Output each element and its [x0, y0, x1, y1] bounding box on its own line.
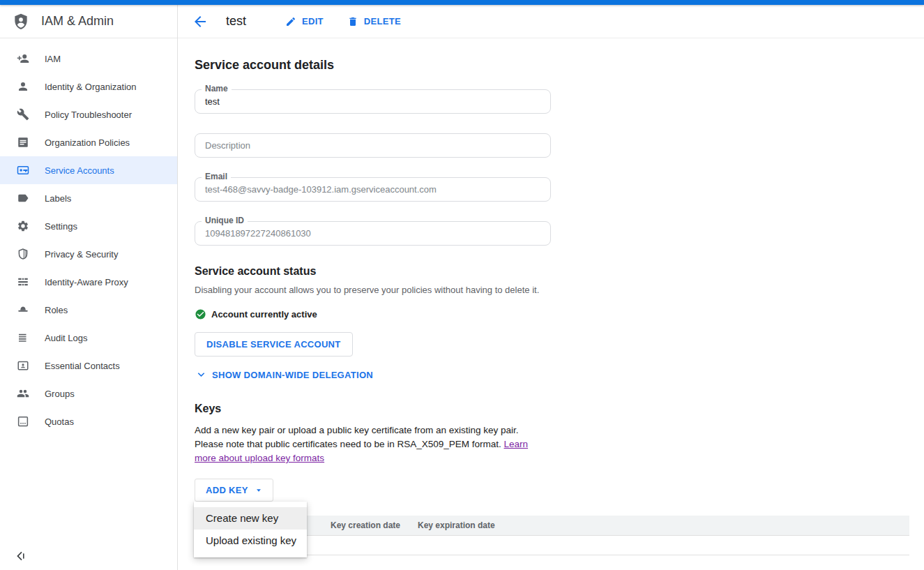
delete-button[interactable]: DELETE — [347, 16, 401, 27]
collapse-sidebar-icon — [15, 550, 26, 562]
sidebar-item-label: Labels — [45, 193, 71, 204]
sidebar-item-label: Privacy & Security — [45, 249, 118, 260]
disable-service-account-button[interactable]: DISABLE SERVICE ACCOUNT — [195, 332, 353, 357]
sidebar-item-organization-policies[interactable]: Organization Policies — [0, 128, 177, 156]
email-input — [195, 184, 550, 195]
sidebar: IAM & Admin IAM Identity & Organization … — [0, 5, 178, 570]
status-description: Disabling your account allows you to pre… — [195, 285, 910, 295]
sidebar-nav: IAM Identity & Organization Policy Troub… — [0, 38, 177, 435]
menu-item-create-new-key[interactable]: Create new key — [194, 507, 307, 530]
description-input[interactable] — [195, 140, 550, 151]
sidebar-item-iam[interactable]: IAM — [0, 45, 177, 73]
sidebar-item-label: IAM — [45, 54, 61, 64]
wrench-icon — [17, 108, 29, 121]
hat-icon — [17, 303, 29, 316]
sidebar-title: IAM & Admin — [41, 14, 114, 29]
sidebar-item-label: Organization Policies — [45, 137, 130, 148]
sidebar-item-audit-logs[interactable]: Audit Logs — [0, 324, 177, 352]
delete-button-label: DELETE — [364, 16, 401, 27]
page-toolbar: test EDIT DELETE — [178, 5, 924, 38]
person-add-icon — [17, 52, 29, 65]
list-lines-icon — [17, 331, 29, 344]
sidebar-item-label: Identity-Aware Proxy — [45, 277, 128, 287]
pencil-icon — [285, 16, 296, 27]
page-title: test — [226, 14, 246, 29]
service-account-icon — [17, 164, 29, 177]
sidebar-item-settings[interactable]: Settings — [0, 212, 177, 240]
edit-button-label: EDIT — [302, 16, 324, 27]
sidebar-item-label: Groups — [45, 389, 75, 399]
edit-button[interactable]: EDIT — [285, 16, 324, 27]
document-lines-icon — [17, 136, 29, 149]
chevron-down-icon — [195, 368, 208, 382]
details-heading: Service account details — [195, 58, 910, 73]
domain-wide-delegation-toggle[interactable]: SHOW DOMAIN-WIDE DELEGATION — [195, 368, 910, 382]
unique-id-field: Unique ID — [195, 221, 551, 246]
sidebar-item-essential-contacts[interactable]: Essential Contacts — [0, 352, 177, 380]
contact-card-icon — [17, 359, 29, 372]
sidebar-item-quotas[interactable]: Quotas — [0, 407, 177, 435]
add-key-button-label: ADD KEY — [206, 485, 248, 495]
menu-item-upload-existing-key[interactable]: Upload existing key — [194, 530, 307, 552]
sidebar-item-groups[interactable]: Groups — [0, 380, 177, 407]
sidebar-item-label: Quotas — [45, 417, 74, 427]
iam-admin-shield-logo-icon — [12, 13, 30, 31]
account-active-label: Account currently active — [211, 309, 317, 320]
unique-id-input — [195, 228, 550, 239]
email-field: Email — [195, 177, 551, 202]
sidebar-item-identity-organization[interactable]: Identity & Organization — [0, 73, 177, 100]
status-heading: Service account status — [195, 265, 910, 278]
shield-icon — [17, 248, 29, 260]
sidebar-header: IAM & Admin — [0, 5, 177, 38]
keys-description-text: Add a new key pair or upload a public ke… — [195, 425, 519, 449]
people-icon — [17, 387, 29, 400]
delegation-toggle-label: SHOW DOMAIN-WIDE DELEGATION — [212, 370, 373, 380]
sidebar-item-policy-troubleshooter[interactable]: Policy Troubleshooter — [0, 100, 177, 128]
top-blue-bar — [0, 0, 924, 5]
name-field: Name — [195, 89, 551, 114]
sidebar-item-label: Audit Logs — [45, 333, 87, 343]
sidebar-item-label: Service Accounts — [45, 165, 114, 176]
account-status-row: Account currently active — [195, 308, 910, 320]
email-field-label: Email — [202, 172, 231, 181]
back-arrow-icon — [192, 13, 209, 30]
layers-icon — [17, 276, 29, 288]
sidebar-item-label: Essential Contacts — [45, 361, 120, 371]
add-key-dropdown-menu: Create new key Upload existing key — [194, 502, 307, 557]
sidebar-item-label: Settings — [45, 221, 77, 232]
back-button[interactable] — [192, 13, 209, 30]
sidebar-item-service-accounts[interactable]: Service Accounts — [0, 156, 177, 184]
keys-heading: Keys — [195, 403, 910, 415]
keys-description: Add a new key pair or upload a public ke… — [195, 423, 541, 465]
sidebar-item-label: Policy Troubleshooter — [45, 110, 132, 120]
name-input[interactable] — [195, 96, 550, 107]
page-content: Service account details Name Email Uniqu… — [178, 38, 924, 555]
sidebar-item-label: Identity & Organization — [45, 82, 137, 92]
unique-id-field-label: Unique ID — [202, 216, 248, 225]
description-field — [195, 133, 551, 158]
label-tag-icon — [17, 192, 29, 204]
gear-icon — [17, 220, 29, 232]
sidebar-item-identity-aware-proxy[interactable]: Identity-Aware Proxy — [0, 268, 177, 296]
quota-box-icon — [17, 415, 29, 428]
caret-down-icon — [255, 487, 262, 494]
sidebar-item-roles[interactable]: Roles — [0, 296, 177, 324]
sidebar-item-labels[interactable]: Labels — [0, 184, 177, 212]
check-circle-icon — [195, 308, 206, 320]
person-icon — [17, 80, 29, 93]
name-field-label: Name — [202, 84, 232, 93]
sidebar-item-label: Roles — [45, 305, 68, 315]
sidebar-item-privacy-security[interactable]: Privacy & Security — [0, 240, 177, 268]
add-key-button[interactable]: ADD KEY — [195, 479, 273, 502]
main-panel: test EDIT DELETE Service account details… — [178, 5, 924, 570]
add-key-area: ADD KEY Create new key Upload existing k… — [195, 479, 910, 502]
key-expiration-date-header: Key expiration date — [418, 520, 495, 530]
trash-icon — [347, 16, 358, 27]
key-creation-date-header: Key creation date — [331, 520, 418, 530]
collapse-sidebar-button[interactable] — [15, 550, 26, 562]
